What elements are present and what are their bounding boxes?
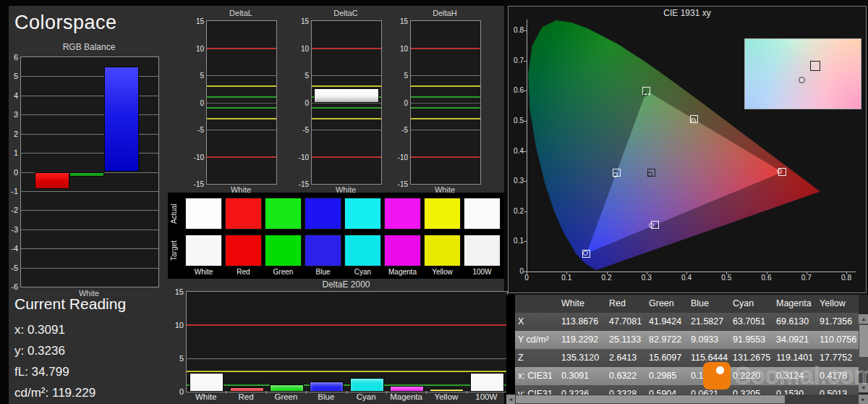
table-row-label: X (515, 313, 558, 331)
y-tick-label: -10 (194, 153, 207, 161)
table-cell: 25.1133 (606, 331, 646, 349)
swatch-column-label: Green (265, 268, 302, 276)
table-cell: 34.0921 (773, 331, 817, 349)
deltae-x-label: Green (266, 392, 306, 401)
swatch-actual-blue (305, 198, 341, 230)
rgb-balance-title: RGB Balance (20, 42, 158, 52)
tick-mark (767, 272, 767, 274)
chart-title: DeltaC (311, 9, 380, 17)
swatch-row-label-target: Target (170, 235, 182, 266)
deltae-bar-yellow (430, 389, 464, 392)
delta-chart-deltal: DeltaL151050-5-10-15White (182, 6, 279, 190)
cie-y-tick-label: 0.7 (509, 56, 524, 64)
cie-1931-panel: CIE 1931 xy 0.80.70.60.50.40.30.20.1000.… (508, 6, 867, 293)
y-tick-label: 6 (14, 53, 21, 62)
y-tick-label: -3 (11, 225, 21, 234)
swatch-actual-100w (464, 198, 501, 230)
cie-y-tick-label: 0.2 (509, 207, 524, 215)
reference-line (187, 384, 507, 386)
cie-measured-red (777, 169, 782, 174)
reference-line (207, 96, 276, 98)
deltae-x-label: Blue (306, 392, 346, 401)
gridline (187, 358, 507, 359)
cie-y-tick-label: 0.8 (509, 26, 524, 34)
vertical-scroll-thumb[interactable] (859, 325, 868, 357)
swatch-actual-yellow (424, 198, 461, 230)
page-title: Colorspace (14, 12, 117, 34)
gridline (411, 130, 480, 130)
swatch-actual-red (225, 198, 262, 230)
y-tick-label: -5 (302, 126, 312, 134)
table-cell: 63.7051 (730, 313, 773, 331)
swatch-column-label: 100W (464, 268, 501, 276)
y-tick-label: -15 (299, 180, 312, 188)
chart-title: DeltaH (410, 9, 480, 17)
table-header-cell: Red (606, 295, 646, 313)
tick-mark (846, 272, 847, 274)
x-tick-mark (386, 391, 387, 394)
rgb-balance-chart: 6543210-1-2-3-4-5-6 (20, 56, 159, 287)
deltae-2000-title: DeltaE 2000 (186, 279, 506, 290)
x-tick-mark (226, 391, 226, 394)
tick-mark (726, 272, 727, 274)
tick-mark (566, 272, 567, 274)
soomal-logo-icon (703, 362, 731, 390)
x-tick-mark (306, 391, 307, 394)
tick-mark (607, 272, 608, 274)
swatch-column-label: Yellow (424, 268, 461, 276)
swatch-target-100w (464, 235, 501, 266)
white-point-inset (744, 38, 861, 109)
y-tick-label: 0 (200, 98, 207, 106)
y-tick-label: 0 (404, 98, 411, 106)
color-swatch-panel: ActualTargetWhiteRedGreenBlueCyanMagenta… (168, 193, 504, 279)
table-cell: 91.9553 (730, 331, 773, 349)
gridline (21, 191, 158, 192)
gridline (207, 130, 276, 130)
reading-y: y: 0.3236 (14, 340, 95, 361)
tick-mark (524, 241, 527, 242)
deltae-bar-red (230, 387, 264, 392)
swatch-target-white (185, 235, 222, 266)
reference-line (207, 48, 276, 49)
horizontal-scrollbar[interactable]: ◄ ► (506, 395, 868, 404)
watermark-text: Soomal.com (735, 362, 868, 390)
zero-line (411, 103, 480, 104)
delta-bar (413, 101, 478, 103)
table-cell: 0.3091 (558, 367, 606, 385)
deltae-bar-100w (470, 373, 504, 392)
y-tick-label: 0 (305, 98, 312, 106)
delta-chart-deltac: DeltaC151050-5-10-15White (287, 6, 384, 190)
reference-line (411, 118, 480, 119)
rgb-bar-blue (104, 67, 139, 172)
reference-line (411, 107, 480, 109)
cie-y-tick-label: 0.5 (509, 117, 524, 125)
y-tick-label: -5 (197, 126, 207, 134)
gridline (312, 75, 381, 76)
y-tick-label: 3 (14, 110, 21, 119)
cie-x-tick-label: 0.3 (636, 274, 658, 282)
table-cell: 0.2985 (646, 367, 688, 385)
reference-line (312, 85, 381, 87)
reading-cdm: cd/m²: 119.229 (14, 382, 95, 403)
scroll-up-button[interactable]: ▲ (859, 314, 868, 324)
cie-x-tick-label: 0 (516, 274, 537, 282)
colorspace-app: Colorspace RGB Balance 6543210-1-2-3-4-5… (0, 0, 868, 404)
x-tick-mark (426, 391, 427, 394)
reference-line (312, 118, 381, 119)
reference-line (411, 96, 480, 98)
y-tick-label: 4 (14, 91, 21, 100)
table-cell: 41.9424 (646, 313, 688, 331)
cie-x-tick-label: 0.1 (556, 274, 577, 282)
zero-line (207, 103, 276, 104)
scroll-right-button[interactable]: ► (859, 395, 868, 404)
deltae-bar-cyan (350, 378, 384, 392)
reference-line (312, 156, 381, 158)
table-cell: 2.6413 (606, 349, 646, 367)
horizontal-scroll-thumb[interactable] (516, 395, 785, 403)
scroll-left-button[interactable]: ◄ (506, 395, 515, 404)
y-tick-label: -15 (398, 180, 411, 188)
chart-plot: 151050-5-10-15 (206, 20, 277, 185)
table-header-cell: Green (646, 295, 688, 313)
delta-bar (314, 88, 379, 103)
cie-measured-cyan (613, 172, 618, 177)
